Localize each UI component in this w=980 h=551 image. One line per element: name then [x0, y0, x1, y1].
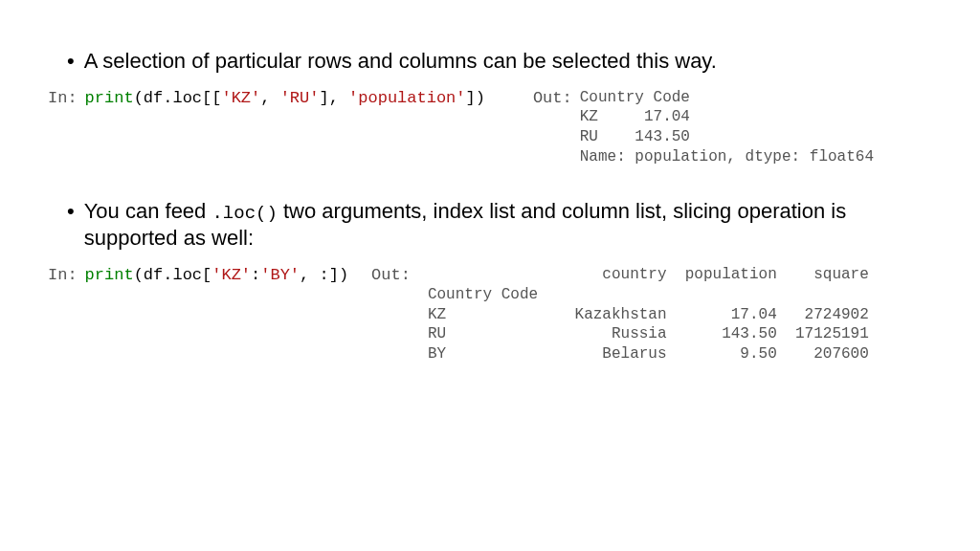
string-literal: 'BY'	[260, 266, 300, 284]
bullet-text-1: A selection of particular rows and colum…	[84, 48, 932, 75]
bullet-dot: •	[67, 48, 75, 75]
code-token: (df.loc[	[134, 266, 212, 284]
code-output-1: Country Code KZ 17.04 RU 143.50 Name: po…	[580, 88, 874, 167]
code-token: ],	[319, 89, 348, 107]
code-token: ,	[260, 89, 279, 107]
code-token: , :])	[300, 266, 348, 284]
in-label: In:	[48, 88, 78, 109]
in-label: In:	[48, 265, 78, 286]
code-input-1: print(df.loc[['KZ', 'RU'], 'population']…	[85, 88, 485, 110]
string-literal: 'KZ'	[212, 266, 251, 284]
string-literal: 'RU'	[280, 89, 320, 107]
example-2: In: print(df.loc['KZ':'BY', :]) Out: cou…	[48, 265, 932, 364]
inline-code-loc: .loc()	[212, 203, 277, 224]
bullet-item: • A selection of particular rows and col…	[48, 48, 932, 75]
string-literal: 'population'	[348, 89, 465, 107]
slide-content: • A selection of particular rows and col…	[0, 0, 980, 364]
code-token: :	[251, 266, 260, 284]
text-part-a: You can feed	[84, 199, 212, 223]
bullet-dot: •	[67, 198, 75, 225]
code-input-2: print(df.loc['KZ':'BY', :])	[85, 265, 348, 287]
code-token: ])	[466, 89, 485, 107]
bullet-text-2: You can feed .loc() two arguments, index…	[84, 198, 932, 252]
keyword-print: print	[85, 89, 134, 107]
string-literal: 'KZ'	[221, 89, 260, 107]
bullet-item: • You can feed .loc() two arguments, ind…	[48, 198, 932, 252]
code-token: (df.loc[[	[134, 89, 222, 107]
keyword-print: print	[85, 266, 134, 284]
code-output-2: country population square Country Code K…	[428, 265, 878, 364]
out-label: Out:	[533, 88, 572, 109]
out-label: Out:	[371, 265, 411, 286]
example-1: In: print(df.loc[['KZ', 'RU'], 'populati…	[48, 88, 932, 167]
